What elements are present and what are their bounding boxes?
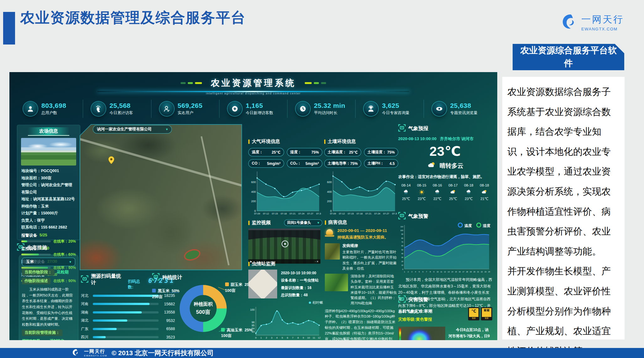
kpi-value: 25,638 <box>450 102 478 109</box>
device-progress-fill <box>21 240 27 242</box>
atmos-env-panel: 大气环境信息 温度：25℃湿度：75%CO：5mg/m³CO₂：5mg/m³ 0… <box>248 139 322 218</box>
farm-info-row: 负责人：张宇 <box>21 217 76 224</box>
env-pill: 土壤温度：25℃ <box>324 148 361 156</box>
env-pill-value: 75% <box>311 150 319 155</box>
svg-text:0: 0 <box>255 336 257 339</box>
svg-text:07-21: 07-21 <box>366 212 372 215</box>
env-pill-value: 4.5 <box>389 161 395 166</box>
svg-text:07-15: 07-15 <box>272 212 278 215</box>
map-company-select[interactable]: 讷河一家农业生产管理有限公司 ▾ <box>93 125 172 134</box>
province-bar-track <box>93 319 159 322</box>
svg-text:07-21: 07-21 <box>290 212 296 215</box>
satellite-map-frame: 讷河一家农业生产管理有限公司 ▾ <box>80 124 242 270</box>
kpi-text: 3,625今日专家咨询量 <box>382 102 409 116</box>
forecast-day: 08-1425℃ <box>398 183 414 201</box>
device-line1: 报警设备5/25 <box>21 233 76 238</box>
donut-callout-black-corn: 黑玉米 50% 250亩 <box>152 288 179 300</box>
svg-text:19: 19 <box>470 271 472 273</box>
svg-text:94: 94 <box>252 327 255 330</box>
dashboard-title: 农业资源管理系统 <box>211 77 296 89</box>
map-marker-icon[interactable] <box>108 156 115 166</box>
left-dash-decoration <box>181 82 202 84</box>
svg-text:600: 600 <box>251 181 256 184</box>
svg-text:2: 2 <box>408 271 409 273</box>
soil-env-panel: 土壤环境信息 土壤温度：25℃土壤湿度：75%土壤电导率：75%土壤PH：4.5… <box>324 139 398 218</box>
crop-select[interactable]: 玉米 ▾ <box>22 258 75 266</box>
footer-logo-name: 一网天行 <box>84 349 107 354</box>
province-bar-track <box>93 303 159 305</box>
bracket-icon <box>398 295 406 304</box>
svg-text:40: 40 <box>401 253 403 255</box>
farm-info-label: 计划产量： <box>21 211 41 215</box>
svg-text:0: 0 <box>330 209 332 213</box>
svg-text:80: 80 <box>401 237 403 239</box>
env-pill: 土壤电导率：75% <box>324 159 361 168</box>
province-name: 湖北 <box>81 318 90 323</box>
logo-name: 一网天行 <box>581 13 624 26</box>
svg-text:07-24: 07-24 <box>298 212 304 215</box>
svg-text:11: 11 <box>313 336 315 339</box>
satellite-map[interactable] <box>80 125 241 270</box>
svg-text:07-15: 07-15 <box>348 212 354 215</box>
insect-device: 设备名称：一号虫情站 <box>281 277 319 284</box>
svg-text:9: 9 <box>303 336 304 339</box>
measure-link[interactable]: 适时晚收 <box>50 339 75 340</box>
weather-forecast-panel: 气象预报 2020-08-13 10:00:00 齐齐哈尔市 讷河市 23℃ 晴… <box>398 124 492 201</box>
svg-text:5: 5 <box>419 271 420 273</box>
measure-link[interactable]: 增施攻粒肥 <box>22 339 47 340</box>
kpi-label: 实名用户 <box>178 110 203 116</box>
env-pill: 土壤PH：4.5 <box>364 159 398 168</box>
production-panel: 生产措施 玉米 ▾ 当前作物阶段： 花粒期 作物阶段描述 玉米从抽穗到成熟这一阶… <box>17 243 80 337</box>
sun-cloud-icon <box>427 161 436 171</box>
farm-info-rows: 地块编号：PGCQ001地块面积：300亩管理公司：讷河农业生产管理有限公司地址… <box>21 167 76 231</box>
disease-law-text: 主要危害叶片，严重时也可危害叶鞘和苞叶。一般先从底部叶片开始发生，逐步向上扩展，… <box>342 250 397 271</box>
env-pill-label: 温度： <box>252 150 263 155</box>
farm-info-row: 管理公司：讷河农业生产管理有限公司 <box>21 182 76 196</box>
camera-select[interactable]: 田间1号摄像头 ▾ <box>284 219 322 226</box>
weather-city: 齐齐哈尔市 讷河市 <box>440 136 474 141</box>
svg-text:07-27: 07-27 <box>383 212 389 215</box>
svg-text:07-12: 07-12 <box>263 212 269 215</box>
healthy-leaf-photo <box>325 274 348 291</box>
device-progress <box>21 240 51 242</box>
svg-text:14: 14 <box>451 271 453 273</box>
warning-legend: 温度 湿度 <box>458 223 490 229</box>
sun-icon <box>414 189 430 196</box>
forecast-temp: 23℃ <box>414 197 430 201</box>
crop-select-value: 玉米 <box>26 259 34 265</box>
disease-title: 病害信息 <box>325 219 397 225</box>
kpi-label: 总用户数 <box>41 110 66 116</box>
env-pill-value: 25℃ <box>349 150 358 155</box>
bracket-icon <box>398 124 406 133</box>
logo-swoosh-icon <box>560 13 578 32</box>
farm-info-panel: 农场信息 地块编号：PGCQ001地块面积：300亩管理公司：讷河农业生产管理有… <box>17 125 80 240</box>
svg-text:7: 7 <box>292 336 294 339</box>
svg-text:20: 20 <box>473 271 475 273</box>
insect-panel: 虫情站监测 2020-10-10 10:00:00 设备名称：一号虫情站 最新识… <box>248 261 323 340</box>
forecast-date: 08-15 <box>414 183 430 187</box>
video-title: 监控视频 <box>248 220 271 226</box>
kpi-stat: 3,625今日专家咨询量 <box>356 100 424 118</box>
svg-text:50: 50 <box>401 249 403 251</box>
bracket-icon <box>152 273 160 282</box>
plus-icon <box>228 102 242 116</box>
env-pill-label: 土壤湿度： <box>367 150 386 155</box>
dashboard-subtitle: intelligent agricultural dispatching and… <box>9 92 497 95</box>
svg-text:100: 100 <box>250 308 255 311</box>
svg-text:22: 22 <box>481 271 483 273</box>
slide: 农业资源数据管理及综合服务平台 一网天行 EWANGTX.COM 农业资源综合服… <box>0 0 644 358</box>
farm-info-label: 负责人： <box>21 218 37 223</box>
province-name: 河北 <box>81 293 90 298</box>
camera-select-value: 田间1号摄像头 <box>287 220 311 225</box>
env-pill-value: 75% <box>350 161 358 166</box>
video-player[interactable]: ▶ ◦ ✕ <box>248 229 320 264</box>
svg-text:30: 30 <box>401 256 403 258</box>
env-pill: 湿度：75% <box>287 148 323 156</box>
svg-text:9: 9 <box>433 271 434 273</box>
svg-text:200: 200 <box>327 200 332 203</box>
video-panel: 监控视频 田间1号摄像头 ▾ ▶ ◦ ✕ <box>248 219 322 264</box>
title-accent-bar <box>3 12 15 45</box>
soil-line-chart: 020040060007-0907-1207-1507-1807-2107-24… <box>324 170 397 217</box>
env-pill-label: 土壤电导率： <box>328 161 350 166</box>
province-bar-track <box>93 295 159 297</box>
